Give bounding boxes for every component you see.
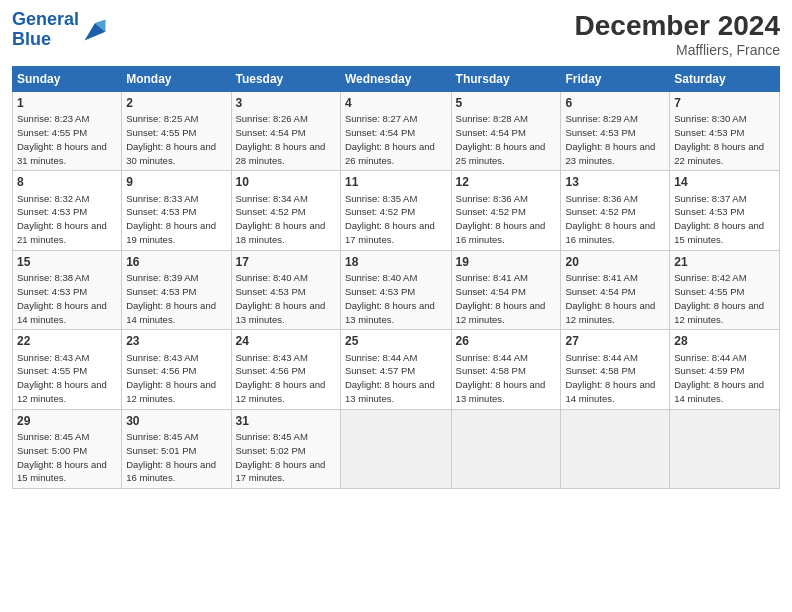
day-number: 26 [456, 333, 557, 349]
day-number: 25 [345, 333, 447, 349]
day-cell: 19Sunrise: 8:41 AMSunset: 4:54 PMDayligh… [451, 250, 561, 329]
day-number: 9 [126, 174, 226, 190]
day-cell: 27Sunrise: 8:44 AMSunset: 4:58 PMDayligh… [561, 330, 670, 409]
day-cell: 2Sunrise: 8:25 AMSunset: 4:55 PMDaylight… [122, 92, 231, 171]
title-section: December 2024 Maffliers, France [575, 10, 780, 58]
month-title: December 2024 [575, 10, 780, 42]
day-info: Sunrise: 8:29 AMSunset: 4:53 PMDaylight:… [565, 113, 655, 165]
day-number: 23 [126, 333, 226, 349]
day-number: 30 [126, 413, 226, 429]
day-cell: 17Sunrise: 8:40 AMSunset: 4:53 PMDayligh… [231, 250, 340, 329]
day-number: 22 [17, 333, 117, 349]
col-header-wednesday: Wednesday [340, 67, 451, 92]
day-number: 4 [345, 95, 447, 111]
day-cell: 29Sunrise: 8:45 AMSunset: 5:00 PMDayligh… [13, 409, 122, 488]
day-info: Sunrise: 8:42 AMSunset: 4:55 PMDaylight:… [674, 272, 764, 324]
day-cell: 7Sunrise: 8:30 AMSunset: 4:53 PMDaylight… [670, 92, 780, 171]
day-info: Sunrise: 8:45 AMSunset: 5:01 PMDaylight:… [126, 431, 216, 483]
day-number: 8 [17, 174, 117, 190]
week-row-5: 29Sunrise: 8:45 AMSunset: 5:00 PMDayligh… [13, 409, 780, 488]
day-number: 11 [345, 174, 447, 190]
week-row-1: 1Sunrise: 8:23 AMSunset: 4:55 PMDaylight… [13, 92, 780, 171]
day-number: 17 [236, 254, 336, 270]
day-info: Sunrise: 8:27 AMSunset: 4:54 PMDaylight:… [345, 113, 435, 165]
day-number: 29 [17, 413, 117, 429]
day-info: Sunrise: 8:38 AMSunset: 4:53 PMDaylight:… [17, 272, 107, 324]
day-cell: 21Sunrise: 8:42 AMSunset: 4:55 PMDayligh… [670, 250, 780, 329]
day-number: 12 [456, 174, 557, 190]
day-number: 28 [674, 333, 775, 349]
day-number: 10 [236, 174, 336, 190]
day-info: Sunrise: 8:30 AMSunset: 4:53 PMDaylight:… [674, 113, 764, 165]
day-info: Sunrise: 8:28 AMSunset: 4:54 PMDaylight:… [456, 113, 546, 165]
day-info: Sunrise: 8:44 AMSunset: 4:57 PMDaylight:… [345, 352, 435, 404]
day-info: Sunrise: 8:40 AMSunset: 4:53 PMDaylight:… [236, 272, 326, 324]
day-number: 2 [126, 95, 226, 111]
location: Maffliers, France [575, 42, 780, 58]
day-cell: 30Sunrise: 8:45 AMSunset: 5:01 PMDayligh… [122, 409, 231, 488]
day-cell: 28Sunrise: 8:44 AMSunset: 4:59 PMDayligh… [670, 330, 780, 409]
day-info: Sunrise: 8:35 AMSunset: 4:52 PMDaylight:… [345, 193, 435, 245]
col-header-friday: Friday [561, 67, 670, 92]
day-cell: 25Sunrise: 8:44 AMSunset: 4:57 PMDayligh… [340, 330, 451, 409]
logo: GeneralBlue [12, 10, 109, 50]
day-number: 19 [456, 254, 557, 270]
week-row-2: 8Sunrise: 8:32 AMSunset: 4:53 PMDaylight… [13, 171, 780, 250]
day-number: 13 [565, 174, 665, 190]
day-cell: 3Sunrise: 8:26 AMSunset: 4:54 PMDaylight… [231, 92, 340, 171]
day-info: Sunrise: 8:36 AMSunset: 4:52 PMDaylight:… [456, 193, 546, 245]
day-cell [561, 409, 670, 488]
day-cell: 12Sunrise: 8:36 AMSunset: 4:52 PMDayligh… [451, 171, 561, 250]
day-cell: 23Sunrise: 8:43 AMSunset: 4:56 PMDayligh… [122, 330, 231, 409]
day-cell [451, 409, 561, 488]
day-number: 16 [126, 254, 226, 270]
day-cell: 22Sunrise: 8:43 AMSunset: 4:55 PMDayligh… [13, 330, 122, 409]
day-info: Sunrise: 8:40 AMSunset: 4:53 PMDaylight:… [345, 272, 435, 324]
calendar-table: SundayMondayTuesdayWednesdayThursdayFrid… [12, 66, 780, 489]
day-cell: 8Sunrise: 8:32 AMSunset: 4:53 PMDaylight… [13, 171, 122, 250]
week-row-3: 15Sunrise: 8:38 AMSunset: 4:53 PMDayligh… [13, 250, 780, 329]
day-number: 18 [345, 254, 447, 270]
col-header-monday: Monday [122, 67, 231, 92]
day-number: 15 [17, 254, 117, 270]
day-number: 27 [565, 333, 665, 349]
day-info: Sunrise: 8:37 AMSunset: 4:53 PMDaylight:… [674, 193, 764, 245]
day-info: Sunrise: 8:44 AMSunset: 4:58 PMDaylight:… [456, 352, 546, 404]
day-cell: 26Sunrise: 8:44 AMSunset: 4:58 PMDayligh… [451, 330, 561, 409]
day-info: Sunrise: 8:45 AMSunset: 5:02 PMDaylight:… [236, 431, 326, 483]
day-info: Sunrise: 8:41 AMSunset: 4:54 PMDaylight:… [565, 272, 655, 324]
day-number: 3 [236, 95, 336, 111]
day-info: Sunrise: 8:36 AMSunset: 4:52 PMDaylight:… [565, 193, 655, 245]
day-cell: 1Sunrise: 8:23 AMSunset: 4:55 PMDaylight… [13, 92, 122, 171]
header: GeneralBlue December 2024 Maffliers, Fra… [12, 10, 780, 58]
header-row: SundayMondayTuesdayWednesdayThursdayFrid… [13, 67, 780, 92]
day-info: Sunrise: 8:39 AMSunset: 4:53 PMDaylight:… [126, 272, 216, 324]
day-info: Sunrise: 8:34 AMSunset: 4:52 PMDaylight:… [236, 193, 326, 245]
day-number: 20 [565, 254, 665, 270]
day-info: Sunrise: 8:33 AMSunset: 4:53 PMDaylight:… [126, 193, 216, 245]
week-row-4: 22Sunrise: 8:43 AMSunset: 4:55 PMDayligh… [13, 330, 780, 409]
day-cell: 20Sunrise: 8:41 AMSunset: 4:54 PMDayligh… [561, 250, 670, 329]
day-info: Sunrise: 8:26 AMSunset: 4:54 PMDaylight:… [236, 113, 326, 165]
day-info: Sunrise: 8:43 AMSunset: 4:56 PMDaylight:… [236, 352, 326, 404]
day-cell: 15Sunrise: 8:38 AMSunset: 4:53 PMDayligh… [13, 250, 122, 329]
day-cell: 24Sunrise: 8:43 AMSunset: 4:56 PMDayligh… [231, 330, 340, 409]
day-info: Sunrise: 8:23 AMSunset: 4:55 PMDaylight:… [17, 113, 107, 165]
day-number: 5 [456, 95, 557, 111]
day-info: Sunrise: 8:32 AMSunset: 4:53 PMDaylight:… [17, 193, 107, 245]
col-header-thursday: Thursday [451, 67, 561, 92]
page-container: GeneralBlue December 2024 Maffliers, Fra… [0, 0, 792, 497]
day-info: Sunrise: 8:45 AMSunset: 5:00 PMDaylight:… [17, 431, 107, 483]
day-cell: 5Sunrise: 8:28 AMSunset: 4:54 PMDaylight… [451, 92, 561, 171]
day-cell [340, 409, 451, 488]
col-header-tuesday: Tuesday [231, 67, 340, 92]
day-cell [670, 409, 780, 488]
day-info: Sunrise: 8:44 AMSunset: 4:58 PMDaylight:… [565, 352, 655, 404]
day-cell: 11Sunrise: 8:35 AMSunset: 4:52 PMDayligh… [340, 171, 451, 250]
day-cell: 6Sunrise: 8:29 AMSunset: 4:53 PMDaylight… [561, 92, 670, 171]
logo-text: GeneralBlue [12, 10, 79, 50]
day-number: 7 [674, 95, 775, 111]
day-number: 31 [236, 413, 336, 429]
day-cell: 16Sunrise: 8:39 AMSunset: 4:53 PMDayligh… [122, 250, 231, 329]
day-info: Sunrise: 8:25 AMSunset: 4:55 PMDaylight:… [126, 113, 216, 165]
